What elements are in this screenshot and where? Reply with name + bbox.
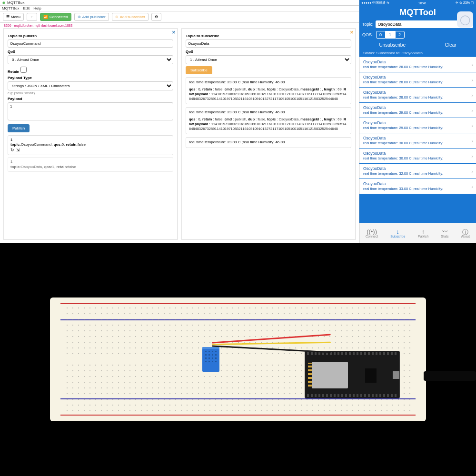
qos-label: QOS:: [362, 32, 373, 37]
list-item[interactable]: OsoyooDatareal time temperature: 32.00 C…: [359, 164, 476, 179]
tab-publish[interactable]: ↑Publish: [417, 228, 428, 238]
message-list[interactable]: OsoyooDatareal time temperature: 28.00 C…: [359, 57, 476, 223]
qos-select[interactable]: 0 - Almost Once: [8, 55, 173, 64]
status-bar: ●●●●● 中国联通 ⇆ 18:41 ✈ ⊘ 23% ▢: [359, 0, 476, 6]
sent-log: 1 topic:OsoyooCommand, qos:0, retain:fal…: [8, 135, 173, 172]
received-message: real time temperature: 23.00 C ;real tim…: [186, 137, 351, 148]
tab-connect[interactable]: ((•))Connect: [366, 228, 378, 238]
nodemcu-board: [305, 351, 400, 398]
received-message: real time temperature: 23.00 C ;real tim…: [186, 77, 351, 104]
close-icon[interactable]: ✕: [350, 30, 354, 35]
hardware-photo: [0, 243, 476, 476]
connect-icon: ((•)): [367, 228, 377, 235]
subscribe-icon: ↓: [397, 228, 400, 235]
clear-button[interactable]: Clear: [445, 42, 456, 48]
qos-label: QoS: [186, 50, 351, 54]
menubar: MQTTBox Edit Help: [0, 6, 359, 11]
qos-option-1[interactable]: 1: [386, 31, 395, 39]
topic-publish-input[interactable]: [8, 40, 173, 48]
breadboard: [50, 298, 426, 421]
publish-button[interactable]: Publish: [8, 124, 30, 132]
tab-subscribe[interactable]: ↓Subscribe: [390, 228, 405, 238]
esp8266-shield: [312, 362, 348, 388]
publish-icon: ↑: [422, 228, 425, 235]
retain-checkbox[interactable]: [20, 67, 27, 73]
topic-subscribe-input[interactable]: [186, 40, 351, 48]
add-publisher-button[interactable]: ⊕ Add publisher: [74, 13, 109, 21]
payload-type-label: Payload Type: [8, 76, 173, 80]
payload-hint: e.g: {'hello':'world'}: [8, 91, 173, 95]
list-item[interactable]: OsoyooDatareal time temperature: 33.00 C…: [359, 179, 476, 194]
menu-mqttbox[interactable]: MQTTBox: [2, 6, 19, 10]
qos-option-0[interactable]: 0: [376, 31, 386, 39]
back-button[interactable]: ←: [27, 13, 37, 21]
list-item[interactable]: OsoyooDatareal time temperature: 30.00 C…: [359, 149, 476, 164]
tab-bar: ((•))Connect↓Subscribe↑Publish〰StatsⓘAbo…: [359, 223, 476, 243]
breadcrumb[interactable]: 8266 - mqtt://broker.mqtt-dashboard.com:…: [0, 23, 359, 28]
list-item[interactable]: OsoyooDatareal time temperature: 28.00 C…: [359, 57, 476, 72]
menu-help[interactable]: Help: [33, 6, 41, 10]
tab-about[interactable]: ⓘAbout: [461, 228, 470, 238]
usb-cable: [424, 371, 476, 381]
qos-select[interactable]: 1 - Atleast Once: [186, 55, 351, 64]
settings-button[interactable]: ⚙: [151, 13, 161, 21]
mqttbox-window: MQTTBox MQTTBox Edit Help ☰ Menu ← 📶 Con…: [0, 0, 359, 243]
copy-icon[interactable]: ⇲: [16, 148, 20, 152]
received-message: real time temperature: 23.00 C ;real tim…: [186, 107, 351, 134]
chevron-right-icon: ›: [471, 138, 473, 144]
connected-button[interactable]: 📶 Connected: [40, 13, 71, 21]
window-title: MQTTBox: [7, 0, 24, 5]
list-item[interactable]: OsoyooDatareal time temperature: 30.00 C…: [359, 133, 476, 149]
window-titlebar: MQTTBox: [0, 0, 359, 6]
chevron-right-icon: ›: [471, 169, 473, 174]
about-icon: ⓘ: [462, 228, 468, 235]
sent-item: 1 topic:OsoyooData, qos:1, retain:false: [8, 157, 173, 172]
circle-icon: ◯: [460, 14, 470, 25]
qos-segment: 012: [376, 31, 405, 39]
payload-label: Payload: [8, 97, 173, 101]
list-item[interactable]: OsoyooDatareal time temperature: 28.00 C…: [359, 88, 476, 103]
payload-type-select[interactable]: Strings / JSON / XML / Characters: [8, 81, 173, 90]
list-item[interactable]: OsoyooDatareal time temperature: 29.00 C…: [359, 103, 476, 118]
toolbar: ☰ Menu ← 📶 Connected ⊕ Add publisher ⊕ A…: [0, 11, 359, 23]
list-item[interactable]: OsoyooDatareal time temperature: 28.00 C…: [359, 72, 476, 88]
qos-label: QoS: [8, 50, 173, 54]
subscribe-button[interactable]: Subscribe: [186, 66, 212, 74]
add-subscriber-button[interactable]: ⊕ Add subscriber: [112, 13, 149, 21]
micro-usb-port: [393, 371, 399, 379]
replay-icon[interactable]: ↻: [10, 148, 14, 152]
chevron-right-icon: ›: [471, 184, 473, 189]
subscribe-panel: ✕ Topic to subscribe QoS 1 - Atleast Onc…: [181, 28, 356, 240]
chevron-right-icon: ›: [471, 92, 473, 98]
chevron-right-icon: ›: [471, 77, 473, 83]
close-icon[interactable]: ✕: [172, 30, 176, 35]
chevron-right-icon: ›: [471, 123, 473, 129]
unsubscribe-button[interactable]: Unsubscribe: [379, 42, 406, 48]
list-item[interactable]: OsoyooDatareal time temperature: 29.00 C…: [359, 118, 476, 133]
qos-option-2[interactable]: 2: [395, 31, 405, 39]
stats-icon: 〰: [442, 228, 448, 235]
retain-label: Retain: [8, 69, 19, 74]
sent-item: 1 topic:OsoyooCommand, qos:0, retain:fal…: [8, 135, 173, 155]
tab-stats[interactable]: 〰Stats: [441, 228, 449, 238]
menu-button[interactable]: ☰ Menu: [3, 13, 24, 21]
chevron-right-icon: ›: [471, 62, 473, 68]
settings-corner-button[interactable]: ◯: [457, 11, 473, 28]
menu-edit[interactable]: Edit: [23, 6, 30, 10]
chevron-right-icon: ›: [471, 108, 473, 113]
publish-panel: ✕ Topic to publish QoS 0 - Almost Once R…: [3, 28, 178, 240]
topic-subscribe-label: Topic to subscribe: [186, 34, 351, 38]
payload-input[interactable]: 1: [8, 102, 173, 120]
mqtttool-screen: ●●●●● 中国联通 ⇆ 18:41 ✈ ⊘ 23% ▢ MQTTool ◯ T…: [359, 0, 476, 243]
topic-label: Topic:: [362, 22, 374, 27]
gear-icon: ⚙: [155, 15, 158, 19]
dht11-sensor: [202, 347, 219, 372]
topic-publish-label: Topic to publish: [8, 34, 173, 38]
app-icon: [2, 1, 6, 5]
chevron-right-icon: ›: [471, 153, 473, 159]
status-line: Status: Subscribed to: OsoyooData: [359, 50, 476, 57]
